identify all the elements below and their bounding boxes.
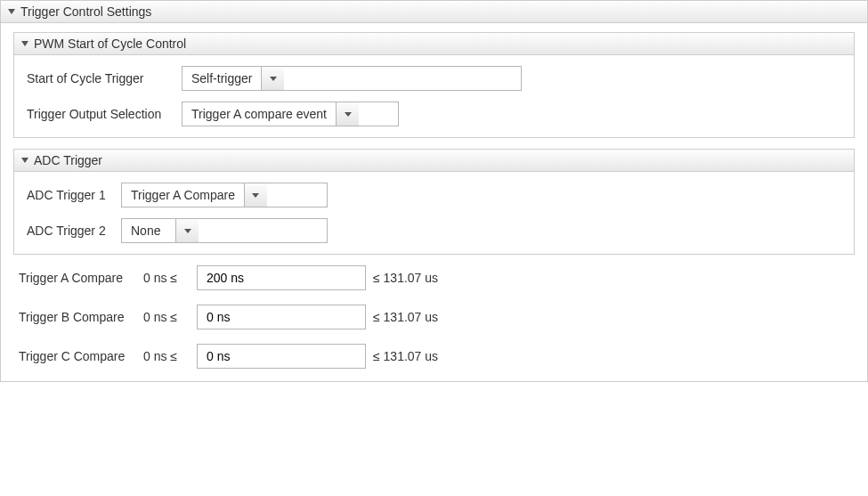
trigger-a-compare-min: 0 ns ≤ (143, 271, 190, 285)
adc-trigger-1-select[interactable]: Trigger A Compare (121, 183, 328, 207)
pwm-start-of-cycle-panel: PWM Start of Cycle Control Start of Cycl… (13, 32, 855, 138)
chevron-down-icon (8, 9, 15, 14)
chevron-down-icon (270, 77, 277, 81)
adc-body: ADC Trigger 1 Trigger A Compare ADC Trig… (14, 172, 854, 254)
combo-text: None (122, 219, 175, 242)
trigger-b-compare-row: Trigger B Compare 0 ns ≤ ≤ 131.07 us (13, 305, 855, 329)
combo-button[interactable] (336, 102, 359, 126)
start-of-cycle-trigger-label: Start of Cycle Trigger (27, 71, 173, 85)
trigger-output-selection-label: Trigger Output Selection (27, 107, 173, 121)
adc-trigger-2-select[interactable]: None (121, 218, 328, 243)
trigger-a-compare-input[interactable] (197, 265, 366, 290)
trigger-c-compare-label: Trigger C Compare (19, 349, 136, 363)
subpanel-title: PWM Start of Cycle Control (34, 37, 186, 51)
adc-trigger-panel: ADC Trigger ADC Trigger 1 Trigger A Comp… (13, 149, 855, 255)
trigger-a-compare-max: ≤ 131.07 us (373, 271, 462, 285)
trigger-c-compare-min: 0 ns ≤ (143, 349, 190, 363)
trigger-a-compare-row: Trigger A Compare 0 ns ≤ ≤ 131.07 us (13, 265, 855, 290)
chevron-down-icon (21, 41, 28, 46)
pwm-body: Start of Cycle Trigger Self-trigger Trig… (14, 55, 854, 137)
subpanel-title: ADC Trigger (34, 153, 102, 167)
trigger-control-settings-panel: Trigger Control Settings PWM Start of Cy… (0, 0, 868, 382)
combo-text: Trigger A Compare (122, 183, 244, 207)
row-adc1: ADC Trigger 1 Trigger A Compare (27, 183, 841, 207)
combo-button[interactable] (261, 67, 284, 90)
adc-trigger-header[interactable]: ADC Trigger (14, 150, 854, 172)
chevron-down-icon (252, 193, 259, 198)
chevron-down-icon (345, 112, 352, 117)
chevron-down-icon (21, 158, 28, 163)
trigger-b-compare-input[interactable] (197, 305, 366, 329)
combo-button[interactable] (175, 219, 199, 242)
trigger-output-selection-select[interactable]: Trigger A compare event (182, 102, 399, 126)
trigger-b-compare-label: Trigger B Compare (19, 310, 136, 324)
chevron-down-icon (184, 229, 191, 233)
row-soc: Start of Cycle Trigger Self-trigger (27, 66, 841, 91)
trigger-control-settings-header[interactable]: Trigger Control Settings (1, 1, 867, 23)
combo-text: Trigger A compare event (183, 102, 336, 126)
trigger-b-compare-max: ≤ 131.07 us (373, 310, 462, 324)
panel-title: Trigger Control Settings (20, 4, 151, 19)
trigger-c-compare-max: ≤ 131.07 us (373, 349, 462, 363)
pwm-start-of-cycle-header[interactable]: PWM Start of Cycle Control (14, 33, 854, 55)
panel-body: PWM Start of Cycle Control Start of Cycl… (1, 23, 867, 381)
trigger-a-compare-label: Trigger A Compare (19, 271, 136, 285)
start-of-cycle-trigger-select[interactable]: Self-trigger (182, 66, 522, 91)
row-tos: Trigger Output Selection Trigger A compa… (27, 102, 841, 126)
adc-trigger-1-label: ADC Trigger 1 (27, 188, 112, 202)
trigger-b-compare-min: 0 ns ≤ (143, 310, 190, 324)
adc-trigger-2-label: ADC Trigger 2 (27, 224, 112, 238)
combo-button[interactable] (244, 183, 267, 207)
combo-text: Self-trigger (183, 67, 261, 90)
row-adc2: ADC Trigger 2 None (27, 218, 841, 243)
trigger-c-compare-input[interactable] (197, 344, 366, 369)
trigger-c-compare-row: Trigger C Compare 0 ns ≤ ≤ 131.07 us (13, 344, 855, 369)
